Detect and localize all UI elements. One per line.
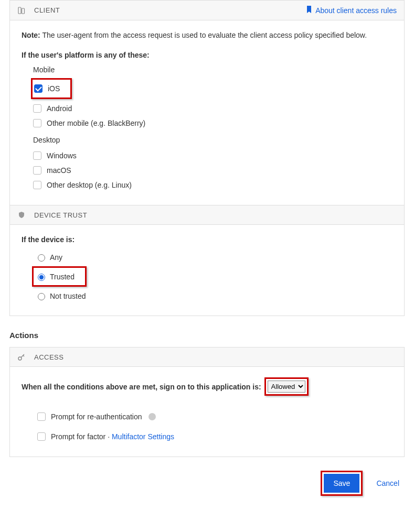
label-other-desktop: Other desktop (e.g. Linux): [47, 181, 132, 189]
label-macos: macOS: [47, 166, 71, 175]
svg-rect-0: [18, 7, 21, 14]
shield-icon: [17, 211, 26, 219]
radio-not-trusted[interactable]: [38, 293, 45, 300]
checkbox-windows[interactable]: [33, 151, 41, 160]
device-trust-body: If the device is: Any Trusted Not truste…: [10, 225, 404, 316]
svg-rect-1: [22, 8, 25, 14]
access-panel: ACCESS When all the conditions above are…: [9, 347, 405, 457]
label-any: Any: [50, 253, 62, 262]
footer: Save Cancel: [0, 457, 414, 506]
access-body: When all the conditions above are met, s…: [10, 367, 404, 457]
device-trust-header: DEVICE TRUST: [10, 205, 404, 225]
key-icon: [17, 353, 26, 361]
label-android: Android: [47, 104, 72, 113]
client-header-title: CLIENT: [34, 6, 60, 14]
device-trust-title: DEVICE TRUST: [34, 211, 87, 219]
ios-highlight: iOS: [31, 78, 72, 99]
client-panel: CLIENT About client access rules Note: T…: [9, 0, 405, 316]
checkbox-factor[interactable]: [37, 432, 46, 441]
label-other-mobile: Other mobile (e.g. BlackBerry): [47, 119, 145, 127]
radio-any[interactable]: [38, 254, 45, 262]
label-not-trusted: Not trusted: [50, 292, 86, 300]
platform-prompt: If the user's platform is any of these:: [22, 51, 392, 59]
access-header: ACCESS: [10, 348, 404, 367]
label-trusted: Trusted: [50, 273, 75, 281]
checkbox-android[interactable]: [33, 104, 41, 113]
note-label: Note:: [22, 31, 40, 39]
save-button[interactable]: Save: [324, 474, 359, 493]
bookmark-icon: [306, 6, 312, 15]
access-condition-text: When all the conditions above are met, s…: [22, 383, 261, 391]
device-trust-prompt: If the device is:: [22, 235, 392, 244]
label-factor: Prompt for factor ·: [51, 432, 112, 441]
about-client-rules-link[interactable]: About client access rules: [306, 6, 397, 15]
access-title: ACCESS: [34, 353, 63, 361]
help-icon[interactable]: [148, 413, 156, 420]
trusted-highlight: Trusted: [32, 266, 87, 287]
mobile-group-label: Mobile: [33, 66, 392, 74]
cancel-link[interactable]: Cancel: [376, 479, 399, 487]
note-text: The user-agent from the access request i…: [42, 31, 367, 39]
client-note: Note: The user-agent from the access req…: [22, 31, 392, 39]
actions-heading: Actions: [9, 331, 414, 340]
client-header: CLIENT About client access rules: [10, 1, 404, 20]
radio-trusted[interactable]: [38, 274, 45, 281]
checkbox-other-desktop[interactable]: [33, 181, 41, 189]
label-ios: iOS: [48, 84, 60, 93]
checkbox-other-mobile[interactable]: [33, 119, 41, 127]
multifactor-settings-link[interactable]: Multifactor Settings: [112, 432, 174, 441]
desktop-group-label: Desktop: [33, 136, 392, 144]
label-windows: Windows: [47, 151, 77, 160]
label-reauth: Prompt for re-authentication: [51, 412, 142, 421]
client-body: Note: The user-agent from the access req…: [10, 20, 404, 205]
device-icon: [17, 6, 26, 15]
checkbox-ios[interactable]: [34, 84, 43, 93]
access-select-highlight: Allowed: [264, 377, 309, 396]
save-highlight: Save: [321, 471, 363, 496]
about-link-text: About client access rules: [315, 6, 397, 15]
checkbox-macos[interactable]: [33, 166, 41, 175]
checkbox-reauth[interactable]: [37, 412, 46, 421]
access-select[interactable]: Allowed: [268, 381, 305, 393]
